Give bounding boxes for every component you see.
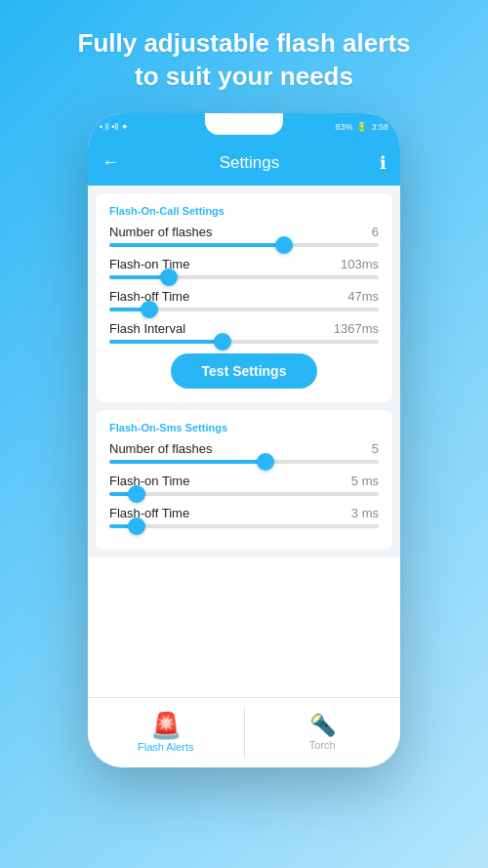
nav-torch[interactable]: 🔦 Torch <box>245 698 401 767</box>
flash-alerts-label: Flash Alerts <box>138 741 193 753</box>
sms-section-title: Flash-On-Sms Settings <box>109 422 379 434</box>
call-interval-value: 1367ms <box>334 321 379 336</box>
sms-flash-on-value: 5 ms <box>351 474 379 488</box>
status-right: 83% 🔋 3:58 <box>335 122 388 132</box>
sms-flash-on-row: Flash-on Time 5 ms <box>109 474 379 488</box>
page-title: Settings <box>220 153 279 173</box>
back-button[interactable]: ← <box>102 152 119 173</box>
hero-section: Fully adjustable flash alerts to suit yo… <box>49 0 440 113</box>
phone-notch <box>205 113 283 135</box>
call-flash-on-value: 103ms <box>341 257 379 271</box>
signal-icon: •.ll •ll <box>100 122 118 132</box>
call-flash-on-label: Flash-on Time <box>109 257 189 271</box>
status-bar: •.ll •ll ✦ 83% 🔋 3:58 <box>88 113 400 141</box>
bottom-nav: 🚨 Flash Alerts 🔦 Torch <box>88 697 400 767</box>
call-flash-on-slider[interactable] <box>109 275 379 279</box>
sms-settings-card: Flash-On-Sms Settings Number of flashes … <box>96 410 392 550</box>
phone-frame: •.ll •ll ✦ 83% 🔋 3:58 ← Settings ℹ Flash… <box>88 113 400 767</box>
sms-flash-on-label: Flash-on Time <box>109 474 189 488</box>
sms-flash-off-label: Flash-off Time <box>109 506 189 520</box>
nav-flash-alerts[interactable]: 🚨 Flash Alerts <box>88 698 244 767</box>
sms-flash-off-slider[interactable] <box>109 524 379 528</box>
battery-icon: 🔋 <box>356 122 367 132</box>
sms-flash-off-value: 3 ms <box>351 506 379 520</box>
content-area: Flash-On-Call Settings Number of flashes… <box>88 186 400 558</box>
call-flashes-label: Number of flashes <box>109 225 213 239</box>
status-left: •.ll •ll ✦ <box>100 122 129 132</box>
call-interval-slider[interactable] <box>109 340 379 344</box>
app-header: ← Settings ℹ <box>88 141 400 186</box>
torch-icon: 🔦 <box>309 715 336 736</box>
call-flash-off-value: 47ms <box>347 289 379 304</box>
sms-flashes-slider[interactable] <box>109 460 379 464</box>
hero-line2: to suit your needs <box>78 61 411 94</box>
sms-flashes-label: Number of flashes <box>109 441 213 456</box>
battery-percent: 83% <box>335 122 352 132</box>
info-button[interactable]: ℹ <box>380 152 386 174</box>
clock: 3:58 <box>371 122 388 132</box>
call-flashes-slider[interactable] <box>109 243 379 247</box>
torch-label: Torch <box>309 739 336 751</box>
call-flash-on-row: Flash-on Time 103ms <box>109 257 379 271</box>
test-settings-button[interactable]: Test Settings <box>171 353 318 389</box>
call-flash-off-slider[interactable] <box>109 308 379 311</box>
call-settings-card: Flash-On-Call Settings Number of flashes… <box>96 193 392 402</box>
hero-line1: Fully adjustable flash alerts <box>78 27 411 61</box>
call-flashes-row: Number of flashes 6 <box>109 225 379 239</box>
flash-alerts-icon: 🚨 <box>150 713 182 738</box>
phone-wrapper: •.ll •ll ✦ 83% 🔋 3:58 ← Settings ℹ Flash… <box>88 113 400 868</box>
sms-flashes-value: 5 <box>372 441 379 456</box>
sms-flash-on-slider[interactable] <box>109 492 379 496</box>
wifi-icon: ✦ <box>121 122 129 132</box>
call-interval-row: Flash Interval 1367ms <box>109 321 379 336</box>
call-interval-label: Flash Interval <box>109 321 185 336</box>
call-flashes-value: 6 <box>372 225 379 239</box>
sms-flashes-row: Number of flashes 5 <box>109 441 379 456</box>
sms-flash-off-row: Flash-off Time 3 ms <box>109 506 379 520</box>
call-section-title: Flash-On-Call Settings <box>109 205 379 217</box>
